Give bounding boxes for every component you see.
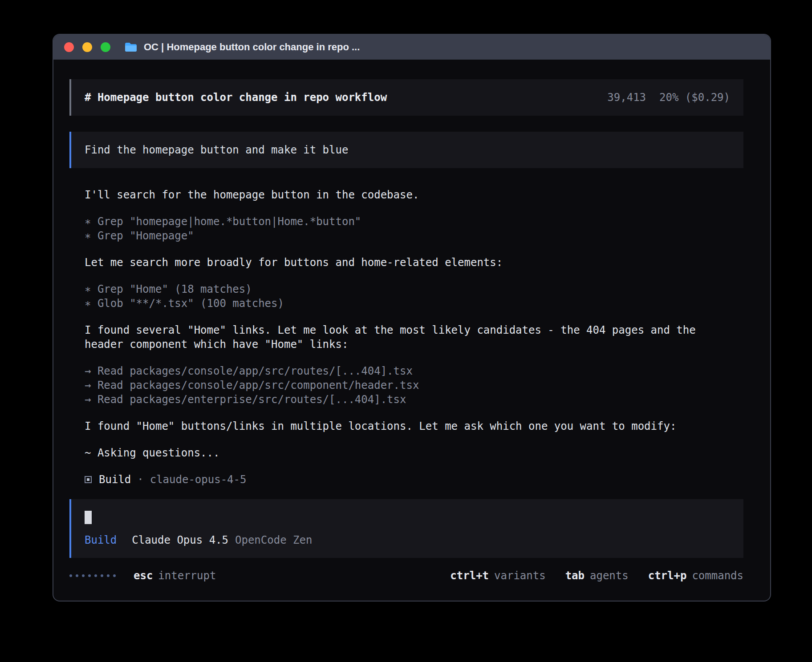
shortcut-label: variants bbox=[494, 569, 546, 583]
mode-label[interactable]: Build bbox=[85, 533, 117, 547]
close-button[interactable] bbox=[64, 42, 74, 52]
status-bar-left: esc interrupt bbox=[69, 569, 216, 583]
terminal-content: # Homepage button color change in repo w… bbox=[53, 60, 770, 601]
zoom-button[interactable] bbox=[101, 42, 110, 52]
minimize-button[interactable] bbox=[82, 42, 92, 52]
agent-model: claude-opus-4-5 bbox=[150, 472, 247, 487]
spinner bbox=[69, 574, 116, 577]
tool-call-read: → Read packages/console/app/src/componen… bbox=[85, 378, 743, 392]
assistant-text-ask: I found "Home" buttons/links in multiple… bbox=[85, 419, 731, 433]
assistant-text-broaden: Let me search more broadly for buttons a… bbox=[85, 255, 731, 270]
tool-call-glob: ∗ Glob "**/*.tsx" (100 matches) bbox=[85, 296, 743, 311]
text-cursor bbox=[85, 511, 92, 524]
session-title: # Homepage button color change in repo w… bbox=[85, 91, 387, 104]
folder-icon bbox=[124, 42, 138, 52]
prompt-input[interactable]: Build Claude Opus 4.5 OpenCode Zen bbox=[69, 499, 743, 558]
tool-call-group: ∗ Grep "Home" (18 matches) ∗ Glob "**/*.… bbox=[85, 282, 743, 311]
tool-call-group: → Read packages/console/app/src/routes/[… bbox=[85, 364, 743, 407]
tool-call-grep: ∗ Grep "Homepage" bbox=[85, 229, 743, 243]
shortcut-key: tab bbox=[565, 569, 585, 583]
tool-call-read: → Read packages/console/app/src/routes/[… bbox=[85, 364, 743, 378]
shortcut-label: commands bbox=[692, 569, 743, 583]
context-usage: 20% ($0.29) bbox=[659, 91, 730, 104]
token-count: 39,413 bbox=[607, 91, 646, 104]
status-bar: esc interrupt ctrl+t variants tab agents… bbox=[69, 569, 743, 583]
status-line: ~ Asking questions... bbox=[85, 446, 731, 460]
traffic-lights bbox=[64, 42, 119, 52]
user-message: Find the homepage button and make it blu… bbox=[69, 132, 743, 168]
assistant-transcript: I'll search for the homepage button in t… bbox=[85, 188, 743, 487]
shortcut-variants: ctrl+t variants bbox=[450, 569, 545, 583]
window-titlebar[interactable]: OC | Homepage button color change in rep… bbox=[53, 35, 770, 60]
session-stats: 39,413 20% ($0.29) bbox=[607, 91, 730, 104]
assistant-text-candidates: I found several "Home" links. Let me loo… bbox=[85, 323, 731, 351]
user-message-text: Find the homepage button and make it blu… bbox=[85, 144, 348, 156]
tool-call-group: ∗ Grep "homepage|home.*button|Home.*butt… bbox=[85, 214, 743, 243]
esc-key-label: interrupt bbox=[158, 569, 216, 583]
agent-row: Build · claude-opus-4-5 bbox=[85, 472, 743, 487]
build-mode-icon bbox=[85, 476, 92, 483]
tool-call-grep: ∗ Grep "homepage|home.*button|Home.*butt… bbox=[85, 214, 743, 229]
agent-name: Build bbox=[99, 472, 131, 487]
window-title: OC | Homepage button color change in rep… bbox=[144, 41, 360, 53]
shortcut-label: agents bbox=[590, 569, 629, 583]
tool-call-read: → Read packages/enterprise/src/routes/[.… bbox=[85, 392, 743, 407]
input-meta: Build Claude Opus 4.5 OpenCode Zen bbox=[85, 533, 730, 547]
tool-call-grep: ∗ Grep "Home" (18 matches) bbox=[85, 282, 743, 296]
shortcut-key: ctrl+p bbox=[648, 569, 687, 583]
agent-separator: · bbox=[137, 472, 143, 487]
shortcut-commands: ctrl+p commands bbox=[648, 569, 743, 583]
esc-key-hint: esc bbox=[134, 569, 153, 583]
model-label[interactable]: Claude Opus 4.5 bbox=[132, 533, 228, 547]
assistant-text-intro: I'll search for the homepage button in t… bbox=[85, 188, 731, 202]
session-header: # Homepage button color change in repo w… bbox=[69, 79, 743, 116]
terminal-window: OC | Homepage button color change in rep… bbox=[53, 34, 771, 601]
status-bar-right: ctrl+t variants tab agents ctrl+p comman… bbox=[450, 569, 743, 583]
provider-label: OpenCode Zen bbox=[235, 533, 312, 547]
shortcut-agents: tab agents bbox=[565, 569, 629, 583]
shortcut-key: ctrl+t bbox=[450, 569, 489, 583]
